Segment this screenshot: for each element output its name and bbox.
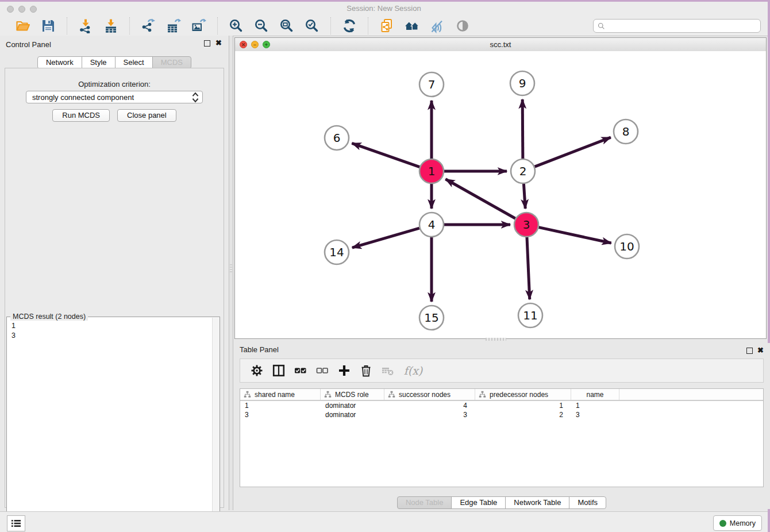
- app-titlebar: Session: New Session: [0, 2, 768, 17]
- cell-name[interactable]: 1: [571, 401, 619, 410]
- table-row[interactable]: 1dominator411: [240, 401, 763, 410]
- search-input[interactable]: [605, 21, 760, 30]
- graph-node-label-4: 4: [428, 218, 436, 232]
- graph-node-label-9: 9: [519, 76, 526, 90]
- graph-edge-2-3[interactable]: [523, 184, 525, 209]
- function-builder-icon: f(x): [403, 364, 423, 377]
- toolbar-group: [368, 17, 481, 34]
- column-header-predecessor-nodes[interactable]: predecessor nodes: [475, 389, 571, 400]
- graph-edge-2-8[interactable]: [535, 137, 611, 167]
- tree-icon: [388, 391, 395, 398]
- hide-panel-icon[interactable]: [430, 18, 445, 33]
- tab-network[interactable]: Network: [37, 56, 82, 69]
- open-file-icon[interactable]: [16, 18, 30, 33]
- network-table-splitter-grip[interactable]: [486, 338, 506, 341]
- mcds-result-values[interactable]: 13: [7, 318, 213, 532]
- tab-node-table[interactable]: Node Table: [397, 496, 452, 509]
- tree-icon: [244, 391, 251, 398]
- graph-edge-3-10[interactable]: [538, 228, 611, 243]
- graph-edge-1-6[interactable]: [352, 143, 419, 167]
- main-toolbar: [0, 16, 768, 36]
- column-label: shared name: [255, 391, 295, 399]
- run-mcds-button[interactable]: Run MCDS: [52, 109, 110, 122]
- zoom-fit-icon[interactable]: [279, 18, 294, 33]
- search-icon: [598, 22, 605, 30]
- import-table-icon[interactable]: [103, 18, 118, 33]
- tab-mcds[interactable]: MCDS: [152, 56, 191, 69]
- task-list-icon: [11, 519, 21, 527]
- export-network-icon[interactable]: [141, 18, 156, 33]
- duplicate-network-icon[interactable]: [379, 18, 394, 33]
- show-panel-icon[interactable]: [455, 18, 470, 33]
- cell-predecessor-nodes[interactable]: 2: [475, 410, 571, 419]
- splitter-grip[interactable]: [230, 264, 232, 272]
- tree-icon: [479, 391, 486, 398]
- tab-style[interactable]: Style: [82, 56, 116, 69]
- result-scrollbar[interactable]: [212, 318, 220, 532]
- table-row[interactable]: 3dominator323: [240, 410, 763, 419]
- cell-successor-nodes[interactable]: 3: [384, 410, 475, 419]
- cell-MCDS-role[interactable]: dominator: [321, 401, 384, 410]
- graph-edge-2-9[interactable]: [522, 99, 523, 159]
- memory-button[interactable]: Memory: [713, 515, 762, 531]
- close-panel-button[interactable]: Close panel: [117, 109, 176, 122]
- column-header-successor-nodes[interactable]: successor nodes: [384, 389, 475, 400]
- export-image-icon[interactable]: [191, 18, 206, 33]
- graph-node-label-11: 11: [523, 309, 537, 322]
- graph-edge-4-14[interactable]: [352, 228, 419, 248]
- refresh-layout-icon[interactable]: [342, 18, 357, 33]
- graph-edge-3-11[interactable]: [527, 237, 530, 299]
- cell-shared-name[interactable]: 3: [240, 410, 321, 419]
- zoom-out-icon[interactable]: [254, 18, 269, 33]
- cell-MCDS-role[interactable]: dominator: [321, 410, 384, 419]
- control-panel-title: Control Panel: [6, 40, 51, 49]
- tab-network-table[interactable]: Network Table: [505, 496, 569, 509]
- settings-gear-icon[interactable]: [251, 364, 263, 377]
- cell-shared-name[interactable]: 1: [240, 401, 321, 410]
- network-window-titlebar[interactable]: ✕ − + scc.txt: [235, 38, 766, 52]
- criterion-dropdown[interactable]: strongly connected component: [26, 91, 203, 103]
- columns-icon[interactable]: [272, 364, 285, 377]
- tab-select[interactable]: Select: [115, 56, 153, 69]
- task-history-button[interactable]: [7, 515, 25, 531]
- delete-row-icon[interactable]: [360, 364, 372, 377]
- cell-name[interactable]: 3: [571, 410, 619, 419]
- column-header-name[interactable]: name: [571, 389, 619, 400]
- select-all-icon[interactable]: [294, 364, 307, 377]
- close-panel-icon[interactable]: ✖: [215, 38, 222, 47]
- table-panel-title: Table Panel: [240, 345, 279, 354]
- tab-motifs[interactable]: Motifs: [569, 496, 606, 509]
- zoom-selected-icon[interactable]: [305, 18, 319, 33]
- table-panel-header: Table Panel ✖: [233, 343, 770, 356]
- float-panel-icon[interactable]: [204, 40, 210, 47]
- tab-edge-table[interactable]: Edge Table: [451, 496, 506, 509]
- cell-predecessor-nodes[interactable]: 1: [475, 401, 571, 410]
- toolbar-group: [5, 17, 67, 34]
- import-network-icon[interactable]: [78, 18, 93, 33]
- search-box[interactable]: [593, 19, 761, 33]
- network-canvas[interactable]: 1234678910111415: [235, 51, 766, 338]
- control-panel: Control Panel ✖ NetworkStyleSelectMCDS O…: [0, 36, 229, 510]
- dropdown-chevrons-icon: [191, 91, 200, 104]
- show-networks-icon[interactable]: [405, 18, 419, 33]
- zoom-in-icon[interactable]: [229, 18, 244, 33]
- column-header-MCDS-role[interactable]: MCDS role: [321, 389, 384, 400]
- close-table-panel-icon[interactable]: ✖: [757, 346, 764, 354]
- column-header-shared-name[interactable]: shared name: [240, 389, 321, 400]
- export-table-icon[interactable]: [166, 18, 181, 33]
- cell-successor-nodes[interactable]: 4: [384, 401, 475, 410]
- node-table: shared nameMCDS rolesuccessor nodesprede…: [240, 388, 764, 487]
- control-panel-header: Control Panel ✖: [0, 36, 229, 52]
- graph-node-label-2: 2: [519, 164, 527, 178]
- mcds-result-box: MCDS result (2 nodes) 13: [6, 317, 220, 532]
- column-label: predecessor nodes: [490, 391, 548, 399]
- panel-splitter[interactable]: [229, 36, 233, 510]
- float-table-panel-icon[interactable]: [746, 348, 753, 354]
- unselect-all-icon[interactable]: [316, 364, 329, 377]
- graph-edge-3-1[interactable]: [445, 179, 515, 218]
- memory-label: Memory: [730, 519, 756, 527]
- table-header-row: shared nameMCDS rolesuccessor nodesprede…: [240, 389, 763, 401]
- save-session-icon[interactable]: [41, 18, 56, 33]
- add-row-icon[interactable]: [338, 364, 351, 377]
- column-label: successor nodes: [399, 391, 451, 399]
